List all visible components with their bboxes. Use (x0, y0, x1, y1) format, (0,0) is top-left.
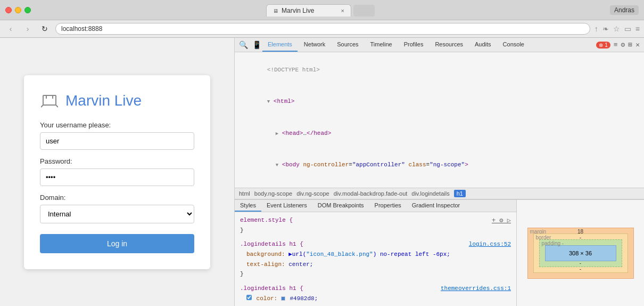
css-link-login[interactable]: login.css:52 (469, 239, 511, 249)
nav-icons: ↑ ❧ ☆ ▭ ≡ (595, 25, 640, 33)
css-rule-logindetails-h1-2: .logindetails h1 { themeoverrides.css:1 … (240, 284, 511, 306)
url-text: localhost:8888 (61, 25, 102, 33)
tree-body[interactable]: <body ng-controller="appController" clas… (239, 149, 640, 181)
tree-head[interactable]: <head>…</head> (239, 118, 640, 149)
cast-icon[interactable]: ▭ (624, 25, 631, 33)
tab-elements[interactable]: Elements (262, 38, 298, 52)
tab-gradient-inspector[interactable]: Gradient Inspector (407, 200, 466, 212)
browser-tab[interactable]: 🖥 Marvin Live × (266, 4, 351, 17)
box-model-panel: margin 18 border - padding - 308 × 36 (516, 200, 644, 306)
css-rule-element-style: element.style { + ⚙ ▷ } (240, 215, 511, 235)
css-value-color: #4982d8; (290, 295, 318, 302)
css-property-textalign: text-align: center; (240, 260, 511, 270)
devtools-icons: ⊗ 1 ≡ ⚙ ⊞ ✕ (596, 41, 640, 49)
username-label: Your username please: (40, 121, 194, 129)
css-close-brace: } (240, 227, 244, 233)
css-close-brace2: } (240, 271, 244, 277)
tab-close-button[interactable]: × (341, 7, 344, 14)
close-devtools-icon[interactable]: ✕ (635, 41, 640, 49)
css-prop-background: background: (246, 251, 285, 257)
tree-link1[interactable]: <link rel="stylesheet" type="text/css" h… (239, 181, 640, 188)
padding-bottom-value: - (580, 260, 581, 266)
dock-icon[interactable]: ⊞ (628, 41, 632, 49)
fullscreen-window-button[interactable] (24, 7, 31, 13)
tab-audits[interactable]: Audits (469, 38, 497, 52)
devtools-mobile-icon[interactable]: 📱 (252, 41, 261, 50)
tab-profiles[interactable]: Profiles (399, 38, 429, 52)
address-bar[interactable]: localhost:8888 (55, 23, 590, 35)
tab-properties[interactable]: Properties (369, 200, 407, 212)
breadcrumb-logindetails[interactable]: div.logindetails (411, 190, 449, 197)
breadcrumb-h1[interactable]: h1 (454, 190, 466, 197)
traffic-lights (5, 7, 31, 13)
css-selector-element: element.style { (240, 217, 293, 223)
tab-resources[interactable]: Resources (430, 38, 468, 52)
app-title: Marvin Live (65, 92, 142, 109)
css-value-textalign: center; (288, 261, 313, 268)
devtools-bottom: Styles Event Listeners DOM Breakpoints P… (235, 199, 644, 306)
stack-trace-icon[interactable]: ≡ (614, 41, 618, 49)
box-margin: margin 18 border - padding - 308 × 36 (527, 228, 634, 279)
browser-chrome: 🖥 Marvin Live × Andras ‹ › ↻ localhost:8… (0, 0, 644, 38)
breadcrumb-html[interactable]: html (239, 190, 250, 197)
add-style-icon[interactable]: + ⚙ ▷ (492, 215, 511, 226)
breadcrumb-body[interactable]: body.ng-scope (254, 190, 292, 197)
breadcrumb-modal[interactable]: div.modal-backdrop.fade-out (334, 190, 408, 197)
login-header: Marvin Live (40, 91, 194, 110)
back-button[interactable]: ‹ (4, 22, 17, 35)
devtools-panel: 🔍 📱 Elements Network Sources Timeline Pr… (234, 38, 644, 306)
styles-tabs: Styles Event Listeners DOM Breakpoints P… (235, 200, 516, 212)
tab-bar: 🖥 Marvin Live × (35, 3, 606, 17)
tab-title: Marvin Live (282, 7, 314, 14)
tree-doctype[interactable]: <!DOCTYPE html> (239, 54, 640, 86)
password-label: Password: (40, 157, 194, 165)
reload-button[interactable]: ↻ (38, 22, 51, 35)
domain-select[interactable]: Internal External (40, 205, 194, 223)
username-input[interactable] (40, 132, 194, 150)
star-icon[interactable]: ☆ (613, 25, 620, 33)
bookmark-icon[interactable]: ↑ (595, 25, 598, 33)
tab-timeline[interactable]: Timeline (365, 38, 398, 52)
tab-favicon: 🖥 (273, 8, 278, 14)
css-property-color: color: #4982d8; (240, 294, 511, 304)
tab-styles[interactable]: Styles (235, 200, 261, 212)
tree-html[interactable]: <html> (239, 86, 640, 117)
color-swatch[interactable] (281, 296, 285, 301)
box-model: margin 18 border - padding - 308 × 36 (527, 228, 634, 279)
css-link-themeoverrides[interactable]: themeoverrides.css:1 (441, 284, 511, 294)
border-bottom-value: - (580, 266, 581, 272)
breadcrumb-div-ng[interactable]: div.ng-scope (296, 190, 329, 197)
box-border: border - padding - 308 × 36 - - (533, 233, 628, 273)
tab-network[interactable]: Network (299, 38, 331, 52)
css-selector-logindetails2: .logindetails h1 { (240, 285, 303, 292)
devtools-toolbar: 🔍 📱 Elements Network Sources Timeline Pr… (235, 38, 644, 52)
tab-console[interactable]: Console (498, 38, 530, 52)
svg-line-1 (41, 105, 43, 107)
login-button[interactable]: Log in (40, 234, 194, 253)
extensions-icon[interactable]: ❧ (602, 25, 609, 33)
svg-line-2 (56, 105, 58, 107)
box-padding: padding - 308 × 36 - (539, 239, 622, 267)
settings-icon[interactable]: ⚙ (621, 41, 625, 49)
tab-dom-breakpoints[interactable]: DOM Breakpoints (312, 200, 369, 212)
error-badge: ⊗ 1 (596, 42, 610, 49)
svg-rect-0 (43, 95, 56, 105)
css-checkbox-color[interactable] (246, 295, 252, 300)
styles-content: element.style { + ⚙ ▷ } .logindetails h1… (235, 212, 516, 306)
content-dimensions: 308 × 36 (569, 250, 592, 256)
password-input[interactable] (40, 168, 194, 186)
padding-label: padding - (542, 240, 564, 246)
minimize-window-button[interactable] (15, 7, 21, 13)
tab-event-listeners[interactable]: Event Listeners (261, 200, 312, 212)
breadcrumb-bar: html body.ng-scope div.ng-scope div.moda… (235, 188, 644, 199)
styles-panel: Styles Event Listeners DOM Breakpoints P… (235, 200, 516, 306)
forward-button[interactable]: › (21, 22, 34, 35)
menu-icon[interactable]: ≡ (635, 25, 640, 33)
devtools-search-icon[interactable]: 🔍 (239, 41, 248, 50)
box-content: 308 × 36 (545, 245, 616, 261)
app-logo (40, 91, 59, 110)
tab-sources[interactable]: Sources (332, 38, 364, 52)
close-window-button[interactable] (5, 7, 12, 13)
domain-label: Domain: (40, 194, 194, 202)
html-tree: <!DOCTYPE html> <html> <head>…</head> <b… (235, 52, 644, 188)
